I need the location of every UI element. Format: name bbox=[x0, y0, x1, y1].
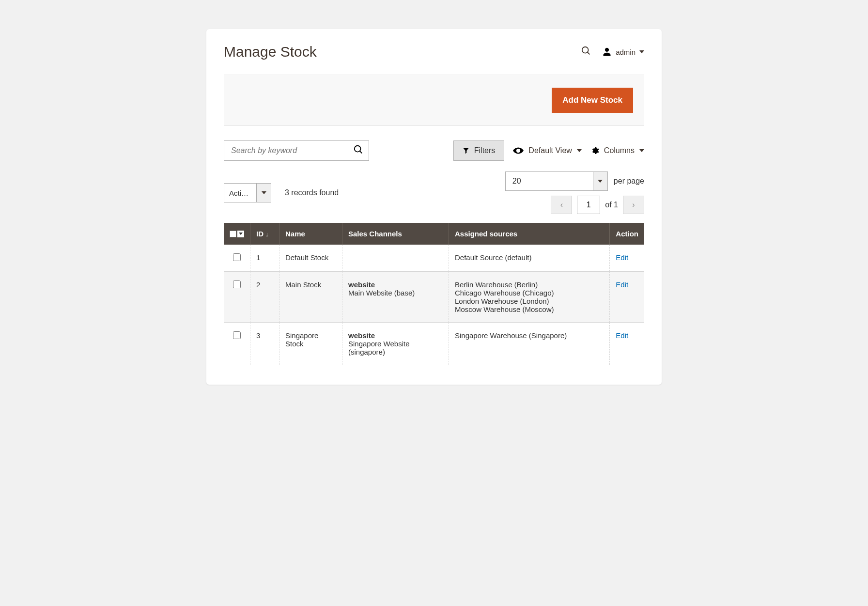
col-header-sales-channels[interactable]: Sales Channels bbox=[342, 223, 449, 245]
row-name: Singapore Stock bbox=[279, 323, 342, 365]
row-action-cell: Edit bbox=[610, 272, 644, 323]
row-checkbox-cell bbox=[224, 272, 250, 323]
col-header-assigned-sources[interactable]: Assigned sources bbox=[449, 223, 610, 245]
prev-page-button[interactable]: ‹ bbox=[551, 196, 572, 214]
row-action-cell: Edit bbox=[610, 245, 644, 272]
toolbar-left-group: Actions 3 records found bbox=[224, 183, 339, 202]
edit-link[interactable]: Edit bbox=[616, 280, 628, 289]
search-icon[interactable] bbox=[353, 144, 364, 157]
filters-label: Filters bbox=[474, 146, 496, 155]
svg-point-2 bbox=[355, 146, 361, 152]
actions-label: Actions bbox=[224, 189, 256, 197]
col-header-name[interactable]: Name bbox=[279, 223, 342, 245]
row-id: 2 bbox=[250, 272, 279, 323]
chevron-down-icon[interactable] bbox=[256, 184, 271, 202]
chevron-down-icon bbox=[639, 50, 644, 53]
user-name: admin bbox=[616, 48, 636, 56]
sales-channel-value: Singapore Website (singapore) bbox=[348, 340, 409, 356]
keyword-search-input[interactable] bbox=[231, 146, 353, 155]
svg-line-3 bbox=[360, 151, 362, 154]
eye-icon bbox=[513, 147, 524, 154]
user-menu[interactable]: admin bbox=[602, 47, 644, 57]
stock-grid: ID↓ Name Sales Channels Assigned sources… bbox=[224, 223, 644, 365]
row-assigned-sources: Berlin Warehouse (Berlin) Chicago Wareho… bbox=[449, 272, 610, 323]
page-navigation: ‹ of 1 › bbox=[551, 196, 644, 214]
table-row: 3Singapore StockwebsiteSingapore Website… bbox=[224, 323, 644, 365]
next-page-button[interactable]: › bbox=[623, 196, 644, 214]
per-page-row: 20 per page bbox=[505, 171, 644, 191]
row-checkbox[interactable] bbox=[233, 280, 241, 288]
row-id: 1 bbox=[250, 245, 279, 272]
toolbar-row-2: Actions 3 records found 20 per page ‹ of… bbox=[224, 171, 644, 214]
chevron-down-icon bbox=[639, 149, 644, 152]
edit-link[interactable]: Edit bbox=[616, 253, 628, 262]
sales-channel-type: website bbox=[348, 331, 443, 340]
checkbox-icon[interactable] bbox=[230, 231, 236, 237]
row-checkbox[interactable] bbox=[233, 331, 241, 339]
add-new-stock-button[interactable]: Add New Stock bbox=[552, 88, 633, 113]
header-right: admin bbox=[581, 46, 644, 58]
funnel-icon bbox=[463, 147, 469, 154]
row-assigned-sources: Default Source (default) bbox=[449, 245, 610, 272]
col-header-checkbox[interactable] bbox=[224, 223, 250, 245]
row-id: 3 bbox=[250, 323, 279, 365]
row-assigned-sources: Singapore Warehouse (Singapore) bbox=[449, 323, 610, 365]
row-action-cell: Edit bbox=[610, 323, 644, 365]
chevron-down-icon bbox=[577, 149, 582, 152]
table-row: 2Main StockwebsiteMain Website (base)Ber… bbox=[224, 272, 644, 323]
columns-label: Columns bbox=[604, 146, 635, 155]
row-checkbox-cell bbox=[224, 245, 250, 272]
gear-icon bbox=[590, 146, 599, 155]
sales-channel-type: website bbox=[348, 280, 443, 289]
row-sales-channels: websiteSingapore Website (singapore) bbox=[342, 323, 449, 365]
row-name: Default Stock bbox=[279, 245, 342, 272]
row-sales-channels: websiteMain Website (base) bbox=[342, 272, 449, 323]
svg-line-1 bbox=[588, 52, 590, 55]
keyword-search[interactable] bbox=[224, 140, 369, 161]
row-checkbox-cell bbox=[224, 323, 250, 365]
per-page-value: 20 bbox=[506, 172, 593, 190]
filters-button[interactable]: Filters bbox=[453, 140, 505, 161]
per-page-label: per page bbox=[614, 177, 644, 186]
svg-point-0 bbox=[582, 47, 589, 53]
page-title: Manage Stock bbox=[224, 44, 317, 60]
default-view-dropdown[interactable]: Default View bbox=[513, 146, 582, 155]
page-of-label: of 1 bbox=[605, 201, 618, 209]
records-found: 3 records found bbox=[285, 188, 339, 197]
header-row: Manage Stock admin bbox=[224, 44, 644, 60]
row-sales-channels bbox=[342, 245, 449, 272]
chevron-down-icon[interactable] bbox=[237, 231, 244, 237]
user-icon bbox=[602, 47, 612, 57]
toolbar-row-1: Filters Default View Columns bbox=[224, 140, 644, 161]
edit-link[interactable]: Edit bbox=[616, 331, 628, 340]
per-page-select[interactable]: 20 bbox=[505, 171, 608, 191]
primary-action-bar: Add New Stock bbox=[224, 75, 644, 126]
row-name: Main Stock bbox=[279, 272, 342, 323]
sort-descending-icon: ↓ bbox=[265, 231, 269, 238]
table-row: 1Default StockDefault Source (default)Ed… bbox=[224, 245, 644, 272]
col-header-id[interactable]: ID↓ bbox=[250, 223, 279, 245]
global-search-icon[interactable] bbox=[581, 46, 591, 58]
col-header-action: Action bbox=[610, 223, 644, 245]
sales-channel-value: Main Website (base) bbox=[348, 289, 415, 297]
page-number-input[interactable] bbox=[577, 196, 600, 214]
pager-block: 20 per page ‹ of 1 › bbox=[505, 171, 644, 214]
bulk-actions-select[interactable]: Actions bbox=[224, 183, 271, 202]
default-view-label: Default View bbox=[528, 146, 572, 155]
row-checkbox[interactable] bbox=[233, 253, 241, 261]
panel: Manage Stock admin Add New Stock Filters bbox=[206, 29, 662, 385]
chevron-down-icon[interactable] bbox=[593, 172, 607, 190]
columns-dropdown[interactable]: Columns bbox=[590, 146, 644, 155]
